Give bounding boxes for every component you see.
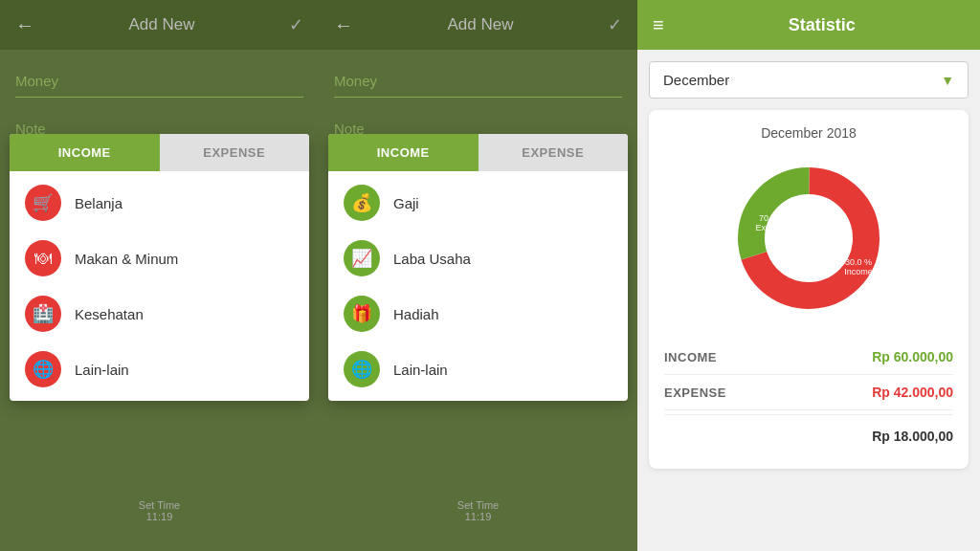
income-dropdown-2: INCOME EXPENSE 💰 Gaji 📈 Laba Usaha 🎁 Had… xyxy=(328,134,628,401)
panel-1-header: ← Add New ✓ xyxy=(0,0,319,50)
income-value: Rp 60.000,00 xyxy=(872,349,953,364)
expense-row: EXPENSE Rp 42.000,00 xyxy=(664,375,953,410)
check-icon-2[interactable]: ✓ xyxy=(608,14,622,35)
expense-tab-2[interactable]: EXPENSE xyxy=(479,134,629,171)
lainlain-label-2: Lain-lain xyxy=(393,362,448,378)
donut-hole xyxy=(767,196,851,280)
income-text-label: Income xyxy=(844,267,873,276)
time-value-1: 11:19 xyxy=(146,511,173,522)
income-tab-2[interactable]: INCOME xyxy=(328,134,479,171)
belanja-label: Belanja xyxy=(75,195,122,211)
back-arrow-1[interactable]: ← xyxy=(15,14,34,36)
back-arrow-2[interactable]: ← xyxy=(334,14,353,36)
stat-body: December ▼ December 2018 xyxy=(637,50,980,551)
income-pct-label: 30.0 % xyxy=(845,257,872,267)
stat-header: ≡ Statistic xyxy=(637,0,980,50)
total-separator xyxy=(664,414,953,415)
kesehatan-icon: 🏥 xyxy=(25,296,61,332)
laba-icon: 📈 xyxy=(344,240,380,276)
set-time-label-1: Set Time xyxy=(139,499,180,511)
gaji-label: Gaji xyxy=(393,195,419,211)
chart-title: December 2018 xyxy=(664,125,953,141)
hamburger-icon[interactable]: ≡ xyxy=(653,14,664,36)
panel-2-title: Add New xyxy=(448,15,514,34)
bottom-time-2: Set Time 11:19 xyxy=(319,499,637,522)
money-input-2[interactable] xyxy=(334,65,622,98)
income-row: INCOME Rp 60.000,00 xyxy=(664,340,953,375)
laba-label: Laba Usaha xyxy=(393,251,471,267)
income-tab-1[interactable]: INCOME xyxy=(10,134,160,171)
expense-text-label: Expense xyxy=(755,223,789,232)
check-icon-1[interactable]: ✓ xyxy=(289,14,303,35)
lainlain-icon-2: 🌐 xyxy=(344,351,380,387)
money-input-1[interactable] xyxy=(15,65,303,98)
list-item[interactable]: 🌐 Lain-lain xyxy=(328,342,628,397)
tab-row-1: INCOME EXPENSE xyxy=(10,134,309,171)
list-item[interactable]: 📈 Laba Usaha xyxy=(328,231,628,286)
panel-1-title: Add New xyxy=(129,15,195,34)
expense-pct-label: 70.0 % xyxy=(759,213,786,223)
category-list-2: 💰 Gaji 📈 Laba Usaha 🎁 Hadiah 🌐 Lain-lain xyxy=(328,171,628,401)
donut-chart: 70.0 % Expense 30.0 % Income xyxy=(664,152,953,324)
hadiah-icon: 🎁 xyxy=(344,296,380,332)
expense-dropdown-1: INCOME EXPENSE 🛒 Belanja 🍽 Makan & Minum… xyxy=(10,134,309,401)
statistic-panel: ≡ Statistic December ▼ December 2018 xyxy=(637,0,980,551)
expense-value: Rp 42.000,00 xyxy=(872,385,953,400)
panel-1: ← Add New ✓ INCOME EXPENSE 🛒 Belanja 🍽 M… xyxy=(0,0,319,551)
list-item[interactable]: 🌐 Lain-lain xyxy=(10,342,309,397)
gaji-icon: 💰 xyxy=(344,185,380,221)
dropdown-arrow-icon: ▼ xyxy=(941,73,954,88)
tab-row-2: INCOME EXPENSE xyxy=(328,134,628,171)
list-item[interactable]: 🛒 Belanja xyxy=(10,175,309,231)
donut-svg: 70.0 % Expense 30.0 % Income xyxy=(723,152,895,324)
expense-tab-1[interactable]: EXPENSE xyxy=(160,134,310,171)
makan-label: Makan & Minum xyxy=(75,251,178,267)
total-value: Rp 18.000,00 xyxy=(872,429,953,444)
income-label: INCOME xyxy=(664,350,717,364)
category-list-1: 🛒 Belanja 🍽 Makan & Minum 🏥 Kesehatan 🌐 … xyxy=(10,171,309,401)
month-selector[interactable]: December ▼ xyxy=(649,61,969,99)
stat-card: December 2018 70.0 % xyxy=(649,110,969,469)
total-row: Rp 18.000,00 xyxy=(664,419,953,453)
list-item[interactable]: 🍽 Makan & Minum xyxy=(10,231,309,286)
set-time-label-2: Set Time xyxy=(457,499,499,511)
panel-2-header: ← Add New ✓ xyxy=(319,0,637,50)
bottom-time-1: Set Time 11:19 xyxy=(0,499,319,522)
month-value: December xyxy=(663,72,729,88)
makan-icon: 🍽 xyxy=(25,240,61,276)
list-item[interactable]: 🎁 Hadiah xyxy=(328,286,628,342)
lainlain-icon-1: 🌐 xyxy=(25,351,61,387)
belanja-icon: 🛒 xyxy=(25,185,61,221)
time-value-2: 11:19 xyxy=(465,511,492,522)
kesehatan-label: Kesehatan xyxy=(75,306,144,322)
lainlain-label-1: Lain-lain xyxy=(75,362,129,378)
list-item[interactable]: 💰 Gaji xyxy=(328,175,628,231)
hadiah-label: Hadiah xyxy=(393,306,439,322)
list-item[interactable]: 🏥 Kesehatan xyxy=(10,286,309,342)
expense-label: EXPENSE xyxy=(664,386,726,400)
stat-title: Statistic xyxy=(679,15,965,35)
panel-2: ← Add New ✓ INCOME EXPENSE 💰 Gaji 📈 Laba… xyxy=(319,0,637,551)
